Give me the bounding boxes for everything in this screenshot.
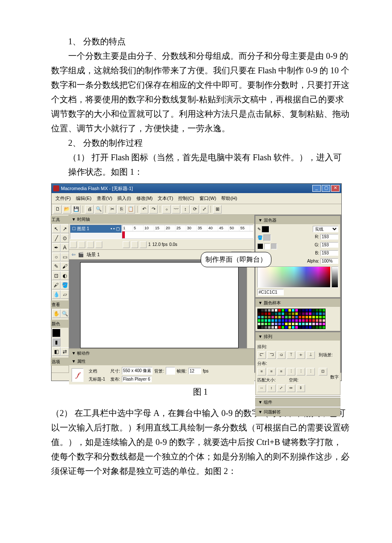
- redo-button[interactable]: ↷: [149, 205, 158, 214]
- line-tool[interactable]: ╱: [52, 234, 61, 243]
- preview-button[interactable]: 🔍: [95, 205, 103, 214]
- pen-tool[interactable]: ✒: [52, 243, 61, 252]
- align-top[interactable]: ⟙: [287, 351, 295, 359]
- dist-hcenter[interactable]: ⋮: [297, 368, 305, 375]
- onion-outline-button[interactable]: [131, 241, 138, 248]
- align-vcenter[interactable]: ⟛: [297, 351, 305, 359]
- scrollbar-vertical[interactable]: [247, 260, 254, 348]
- mixer-fill[interactable]: [263, 234, 271, 241]
- match-both[interactable]: ⤢: [277, 384, 285, 392]
- cut-button[interactable]: ✂: [108, 205, 116, 214]
- print-button[interactable]: 🖨: [85, 205, 94, 214]
- mixer-none[interactable]: [264, 243, 270, 249]
- swatch-grid[interactable]: [257, 309, 338, 329]
- properties-panel-header[interactable]: ▼ 属性: [69, 357, 254, 365]
- menu-modify[interactable]: 修改(M): [134, 194, 155, 203]
- to-stage-button[interactable]: ⊡: [319, 368, 327, 375]
- menu-control[interactable]: 控制(C): [176, 194, 196, 203]
- frame-ruler[interactable]: 1510152025303540455055: [122, 225, 253, 231]
- scene-name[interactable]: 场景 1: [86, 251, 100, 259]
- zoom-tool[interactable]: 🔍: [61, 309, 69, 318]
- brush-tool[interactable]: 🖌: [61, 262, 69, 271]
- arrow-tool[interactable]: ↖: [52, 225, 61, 233]
- fps-input[interactable]: [188, 368, 201, 374]
- menu-edit[interactable]: 编辑(E): [74, 194, 94, 203]
- swap-colors[interactable]: ⇄: [61, 347, 69, 356]
- add-folder-button[interactable]: [87, 241, 94, 248]
- g-input[interactable]: [320, 242, 338, 248]
- save-button[interactable]: 💾: [72, 205, 81, 214]
- space-v[interactable]: ⇕: [297, 384, 305, 392]
- new-button[interactable]: 🗋: [53, 205, 62, 214]
- menu-text[interactable]: 文本(T): [156, 194, 175, 203]
- align-header[interactable]: ▼ 排列: [256, 332, 340, 341]
- copy-button[interactable]: ⎘: [117, 205, 126, 214]
- text-tool[interactable]: A: [61, 243, 69, 252]
- mixer-stroke[interactable]: [262, 226, 269, 233]
- size-button[interactable]: 550 x 400 像素: [122, 367, 153, 375]
- align-hcenter[interactable]: ⫎: [267, 351, 276, 359]
- maximize-button[interactable]: ▢: [322, 185, 330, 192]
- lightness-slider[interactable]: [331, 266, 338, 288]
- close-button[interactable]: ✕: [331, 185, 340, 192]
- dist-bottom[interactable]: ≡: [277, 368, 285, 375]
- align-left[interactable]: ⫍: [257, 351, 266, 359]
- fill-transform-tool[interactable]: ◐: [61, 272, 69, 280]
- mixer-default[interactable]: [257, 243, 263, 249]
- bg-swatch[interactable]: [166, 367, 175, 375]
- window-titlebar[interactable]: Macromedia Flash MX - [无标题-1] _ ▢ ✕: [52, 184, 341, 193]
- stroke-color[interactable]: ╱: [52, 329, 61, 337]
- dist-vcenter[interactable]: ≡: [267, 368, 276, 375]
- mixer-header[interactable]: ▼ 混色器: [256, 216, 340, 224]
- minimize-button[interactable]: _: [312, 185, 321, 192]
- match-height[interactable]: ↕: [267, 384, 276, 392]
- pencil-tool[interactable]: ✎: [52, 262, 61, 271]
- stage[interactable]: [80, 262, 239, 348]
- components-header[interactable]: ▼ 组件: [256, 398, 340, 406]
- alpha-input[interactable]: [320, 258, 338, 264]
- fill-color[interactable]: ▮: [52, 338, 61, 347]
- transform-tool[interactable]: ⊡: [52, 272, 61, 280]
- mixer-swap[interactable]: [271, 243, 277, 249]
- menu-help[interactable]: 帮助(H): [219, 194, 239, 203]
- align-bottom[interactable]: ⟘: [306, 351, 315, 359]
- menu-window[interactable]: 窗口(W): [197, 194, 219, 203]
- menu-insert[interactable]: 插入(I): [115, 194, 133, 203]
- straighten-button[interactable]: ↕: [181, 205, 190, 214]
- undo-button[interactable]: ↶: [140, 205, 148, 214]
- hex-input[interactable]: [257, 289, 284, 295]
- fill-type-select[interactable]: 实线: [313, 226, 338, 232]
- onion-skin-button[interactable]: [123, 241, 130, 248]
- actions-panel-header[interactable]: ▼ 帧动作: [69, 349, 254, 357]
- publish-button[interactable]: Flash Player 6: [122, 376, 152, 382]
- rect-tool[interactable]: ▭: [61, 253, 69, 261]
- swatches-header[interactable]: ▼ 颜色样本: [256, 299, 340, 307]
- space-h[interactable]: ⇔: [287, 384, 295, 392]
- frame-track[interactable]: [122, 231, 253, 239]
- menu-view[interactable]: 查看(V): [95, 194, 115, 203]
- onion-edit-button[interactable]: [140, 241, 147, 248]
- paste-button[interactable]: 📋: [127, 205, 135, 214]
- snap-button[interactable]: ⬦: [162, 205, 171, 214]
- b-input[interactable]: [320, 250, 338, 256]
- answers-header[interactable]: ▼ 问题解答: [256, 408, 340, 416]
- subselect-tool[interactable]: ↗: [61, 225, 69, 233]
- ink-tool[interactable]: 🖋: [52, 281, 61, 289]
- open-button[interactable]: 📂: [63, 205, 71, 214]
- delete-layer-button[interactable]: [95, 241, 102, 248]
- align-button[interactable]: ⊞: [213, 205, 222, 214]
- bucket-tool[interactable]: 🪣: [61, 281, 69, 289]
- match-width[interactable]: ↔: [257, 384, 266, 392]
- timeline-header[interactable]: ▼ 时间轴: [69, 215, 254, 224]
- scale-button[interactable]: ⤢: [200, 205, 208, 214]
- layer-row[interactable]: ☐ 图层 1 • • ▢: [70, 225, 121, 233]
- eyedropper-tool[interactable]: 💧: [52, 290, 61, 299]
- align-right[interactable]: ⫏: [277, 351, 285, 359]
- hand-tool[interactable]: ✋: [52, 309, 61, 318]
- dist-top[interactable]: ≡: [257, 368, 266, 375]
- lasso-tool[interactable]: ⊙: [61, 234, 69, 243]
- dist-left[interactable]: ⋮: [287, 368, 295, 375]
- default-colors[interactable]: ◧: [52, 347, 61, 356]
- dist-right[interactable]: ⋮: [306, 368, 315, 375]
- oval-tool[interactable]: ○: [52, 253, 61, 261]
